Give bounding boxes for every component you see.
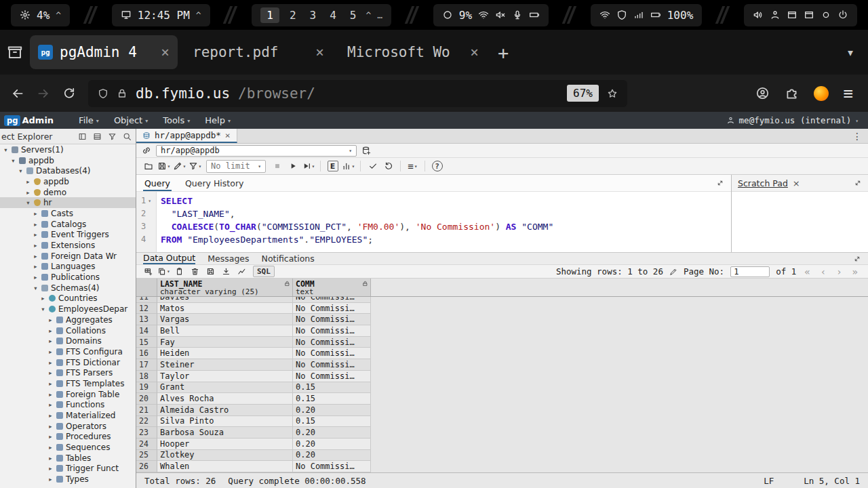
row-number[interactable]: 25 (136, 450, 157, 462)
tree-item-foreign-table[interactable]: ▸Foreign Table (0, 389, 136, 400)
tree-item-extensions[interactable]: ▸Extensions (0, 240, 136, 251)
workspace-switcher[interactable]: 12345 ^ … (252, 4, 391, 26)
cell-comm[interactable]: No Commissi… (293, 461, 371, 472)
expand-panel-icon[interactable] (716, 179, 724, 187)
tree-item-materialized[interactable]: ▸Materialized (0, 410, 136, 421)
cell-last-name[interactable]: Alves Rocha (157, 393, 293, 405)
expand-arrow-icon[interactable]: ▸ (47, 327, 54, 334)
edit-button[interactable]: ▾ (172, 159, 186, 174)
chevron-down-icon[interactable]: ▾ (183, 163, 186, 169)
cell-last-name[interactable]: Bell (157, 325, 293, 337)
eol-indicator[interactable]: LF (764, 476, 774, 486)
collapse-arrow-icon[interactable]: ▾ (18, 167, 24, 174)
prev-page-icon[interactable]: ‹ (818, 266, 828, 277)
expand-arrow-icon[interactable]: ▸ (47, 391, 54, 398)
gutter-line[interactable]: 1▾ (136, 195, 156, 207)
fold-arrow-icon[interactable]: ▾ (148, 195, 151, 207)
bookmark-star-icon[interactable] (607, 88, 618, 99)
workspace-2[interactable]: 2 (286, 8, 300, 22)
tree-item-catalogs[interactable]: ▸Catalogs (0, 219, 136, 230)
expand-arrow-icon[interactable]: ▸ (33, 253, 39, 260)
tree-item-casts[interactable]: ▸Casts (0, 208, 136, 219)
close-tab-icon[interactable]: × (315, 44, 324, 60)
scratch-pad-input[interactable] (732, 192, 868, 252)
tab-data-output[interactable]: Data Output (143, 253, 195, 264)
record-icon[interactable] (821, 9, 831, 20)
tree-item-countries[interactable]: ▸Countries (0, 293, 136, 304)
cell-comm[interactable]: No Commissi… (293, 348, 371, 359)
row-number[interactable]: 22 (136, 416, 157, 428)
explain-analyze-button[interactable]: ▾ (341, 159, 355, 174)
address-bar[interactable]: db.fymio.us /browser/ 67% (88, 80, 627, 107)
save-data-button[interactable] (204, 266, 217, 278)
forward-button[interactable] (37, 87, 50, 100)
expand-arrow-icon[interactable]: ▸ (47, 465, 54, 472)
zoom-indicator[interactable]: 67% (567, 85, 599, 102)
close-tab-icon[interactable]: × (470, 44, 479, 60)
tree-item-domains[interactable]: ▸Domains (0, 336, 136, 346)
expand-arrow-icon[interactable]: ▸ (33, 263, 39, 270)
workspace-5[interactable]: 5 (347, 8, 360, 22)
expand-arrow-icon[interactable]: ▸ (33, 231, 39, 238)
connection-icon[interactable] (142, 146, 151, 155)
tree-item-procedures[interactable]: ▸Procedures (0, 432, 136, 443)
tree-item-collations[interactable]: ▸Collations (0, 325, 136, 336)
new-tab-button[interactable]: + (494, 42, 513, 63)
column-header-comm[interactable]: COMM text (293, 279, 371, 296)
tracking-shield-icon[interactable] (98, 88, 108, 99)
tree-item-hr[interactable]: ▾hr (0, 197, 136, 208)
cell-last-name[interactable]: Hooper (157, 439, 293, 450)
tree-item-operators[interactable]: ▸Operators (0, 421, 136, 432)
window-icon[interactable] (804, 9, 814, 20)
workspace-3[interactable]: 3 (307, 8, 320, 22)
cell-last-name[interactable]: Davies (157, 297, 293, 303)
expand-arrow-icon[interactable]: ▸ (47, 476, 54, 483)
cell-last-name[interactable]: Taylor (157, 371, 293, 382)
macros-button[interactable]: ≡▾ (406, 159, 420, 174)
cell-comm[interactable]: No Commissi… (293, 325, 371, 337)
execute-options-button[interactable]: ▾ (301, 159, 315, 174)
last-page-icon[interactable]: » (850, 266, 860, 277)
menu-icon[interactable]: ≡ (844, 84, 853, 103)
account-menu[interactable]: me@fymio.us (internal) ▾ (726, 115, 864, 125)
cell-comm[interactable]: 0.15 (293, 382, 371, 394)
close-tab-icon[interactable]: × (161, 44, 170, 60)
expand-arrow-icon[interactable]: ▸ (33, 242, 39, 249)
commit-button[interactable] (366, 159, 380, 174)
gutter-line[interactable]: 4 (136, 233, 156, 246)
row-number[interactable]: 23 (136, 427, 157, 439)
firefox-view-icon[interactable] (7, 44, 23, 60)
tree-item-sequences[interactable]: ▸Sequences (0, 442, 136, 453)
cpu-indicator[interactable]: 4% ^ (11, 4, 70, 26)
cell-comm[interactable]: 0.20 (293, 427, 371, 439)
cell-comm[interactable]: 0.20 (293, 450, 371, 462)
row-number[interactable]: 26 (136, 461, 157, 472)
extension-icon[interactable] (785, 86, 799, 100)
tab-query[interactable]: Query (143, 176, 172, 191)
cell-last-name[interactable]: Matos (157, 303, 293, 314)
tree-item-functions[interactable]: ▸Functions (0, 400, 136, 411)
first-page-icon[interactable]: « (802, 266, 812, 277)
expand-panel-icon[interactable] (854, 179, 862, 187)
account-icon[interactable] (755, 86, 770, 100)
expand-arrow-icon[interactable]: ▸ (47, 444, 54, 451)
menu-object[interactable]: Object▾ (106, 112, 155, 129)
save-button[interactable]: ▾ (157, 159, 171, 174)
cell-comm[interactable]: No Commissi… (293, 297, 371, 303)
tree-item-aggregates[interactable]: ▸Aggregates (0, 314, 136, 325)
cell-comm[interactable]: 0.20 (293, 439, 371, 450)
row-number[interactable]: 20 (136, 393, 157, 405)
cell-last-name[interactable]: Whalen (157, 461, 293, 472)
next-page-icon[interactable]: › (834, 266, 844, 277)
cell-comm[interactable]: No Commissi… (293, 359, 371, 371)
menu-help[interactable]: Help▾ (197, 112, 238, 129)
show-sql-button[interactable]: SQL (253, 266, 275, 277)
cell-comm[interactable]: No Commissi… (293, 371, 371, 382)
list-all-tabs-icon[interactable]: ▾ (846, 44, 861, 60)
scratch-pad-title[interactable]: Scratch Pad (738, 178, 788, 188)
save-results-button[interactable] (220, 266, 233, 278)
row-number[interactable]: 12 (136, 303, 157, 314)
tree-item-appdb[interactable]: ▸appdb (0, 176, 136, 187)
expand-arrow-icon[interactable]: ▸ (47, 412, 54, 419)
filter-button[interactable]: ▾ (188, 159, 202, 174)
